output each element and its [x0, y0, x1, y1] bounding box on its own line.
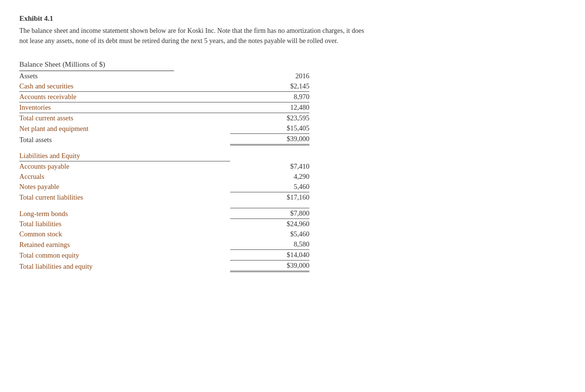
long-term-bonds-value: $7,800	[230, 208, 309, 219]
total-assets-row: Total assets $39,000	[19, 134, 309, 145]
year-header: 2016	[230, 71, 309, 81]
total-current-assets-label: Total current assets	[19, 113, 230, 124]
net-plant-value: $15,405	[230, 123, 309, 134]
retained-earnings-row: Retained earnings 8,580	[19, 239, 309, 250]
total-current-liabilities-value: $17,160	[230, 192, 309, 203]
total-liabilities-equity-row: Total liabilities and equity $39,000	[19, 261, 309, 272]
total-current-assets-row: Total current assets $23,595	[19, 113, 309, 124]
cash-securities-value: $2,145	[230, 81, 309, 92]
total-current-liabilities-row: Total current liabilities $17,160	[19, 192, 309, 203]
inventories-label: Inventories	[19, 102, 230, 113]
notes-payable-row: Notes payable 5,460	[19, 182, 309, 192]
exhibit-description: The balance sheet and income statement s…	[19, 26, 551, 46]
long-term-bonds-row: Long-term bonds $7,800	[19, 208, 309, 219]
notes-payable-value: 5,460	[230, 182, 309, 192]
balance-sheet: Balance Sheet (Millions of $) Assets 201…	[19, 60, 309, 272]
accruals-label: Accruals	[19, 172, 230, 182]
liabilities-header-row: Liabilities and Equity	[19, 151, 309, 161]
assets-header-row: Assets 2016	[19, 71, 309, 81]
inventories-row: Inventories 12,480	[19, 102, 309, 113]
accruals-value: 4,290	[230, 172, 309, 182]
total-assets-value: $39,000	[230, 134, 309, 145]
total-common-equity-label: Total common equity	[19, 250, 230, 261]
total-common-equity-value: $14,040	[230, 250, 309, 261]
total-assets-label: Total assets	[19, 134, 230, 145]
exhibit-container: Exhibit 4.1 The balance sheet and income…	[19, 15, 566, 272]
accounts-payable-value: $7,410	[230, 161, 309, 172]
liabilities-label: Liabilities and Equity	[19, 151, 230, 161]
total-liabilities-value: $24,960	[230, 219, 309, 230]
balance-sheet-title: Balance Sheet (Millions of $)	[19, 60, 174, 71]
total-liabilities-label: Total liabilities	[19, 219, 230, 230]
accounts-payable-row: Accounts payable $7,410	[19, 161, 309, 172]
exhibit-title: Exhibit 4.1	[19, 15, 566, 23]
cash-securities-row: Cash and securities $2,145	[19, 81, 309, 92]
common-stock-value: $5,460	[230, 229, 309, 239]
description-line2: not lease any assets, none of its debt m…	[19, 37, 338, 44]
accounts-payable-label: Accounts payable	[19, 161, 230, 172]
cash-securities-label: Cash and securities	[19, 81, 230, 92]
spacer-1	[19, 145, 309, 151]
accounts-receivable-label: Accounts receivable	[19, 92, 230, 102]
total-liabilities-row: Total liabilities $24,960	[19, 219, 309, 230]
retained-earnings-value: 8,580	[230, 239, 309, 250]
common-stock-row: Common stock $5,460	[19, 229, 309, 239]
accounts-receivable-row: Accounts receivable 8,970	[19, 92, 309, 102]
total-current-liabilities-label: Total current liabilities	[19, 192, 230, 203]
net-plant-label: Net plant and equipment	[19, 123, 230, 134]
notes-payable-label: Notes payable	[19, 182, 230, 192]
total-liabilities-equity-value: $39,000	[230, 261, 309, 272]
total-common-equity-row: Total common equity $14,040	[19, 250, 309, 261]
common-stock-label: Common stock	[19, 229, 230, 239]
retained-earnings-label: Retained earnings	[19, 239, 230, 250]
total-liabilities-equity-label: Total liabilities and equity	[19, 261, 230, 272]
accruals-row: Accruals 4,290	[19, 172, 309, 182]
long-term-bonds-label: Long-term bonds	[19, 208, 230, 219]
spacer-2	[19, 203, 309, 208]
balance-sheet-table: Assets 2016 Cash and securities $2,145 A…	[19, 71, 309, 272]
accounts-receivable-value: 8,970	[230, 92, 309, 102]
net-plant-row: Net plant and equipment $15,405	[19, 123, 309, 134]
inventories-value: 12,480	[230, 102, 309, 113]
assets-label: Assets	[19, 71, 230, 81]
description-line1: The balance sheet and income statement s…	[19, 27, 364, 34]
total-current-assets-value: $23,595	[230, 113, 309, 124]
